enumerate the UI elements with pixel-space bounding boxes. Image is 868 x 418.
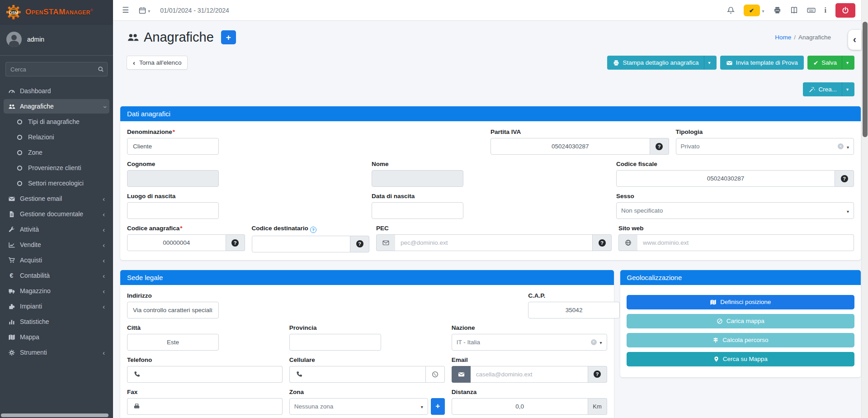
chevron-left-icon — [103, 195, 106, 202]
sidebar-item-relazioni[interactable]: Relazioni — [4, 130, 109, 144]
clear-icon[interactable] — [591, 339, 597, 345]
help-icon[interactable] — [310, 227, 316, 233]
codice-destinatario-input[interactable] — [252, 236, 351, 252]
scrollbar-thumb[interactable] — [863, 22, 868, 137]
date-range[interactable]: 01/01/2024 - 31/12/2024 — [160, 7, 229, 14]
sidebar-item-mappa[interactable]: Mappa — [4, 330, 109, 344]
sidebar-item-zone[interactable]: Zone — [4, 145, 109, 160]
field-luogo-di-nascita: Luogo di nascita — [127, 193, 365, 219]
codice-destinatario-check-addon[interactable] — [350, 236, 369, 252]
calc-route-button[interactable]: Calcola percorso — [627, 333, 854, 347]
fax-input[interactable] — [146, 398, 283, 415]
back-to-list-button[interactable]: Torna all'elenco — [127, 56, 188, 70]
search-input[interactable] — [5, 62, 94, 76]
sesso-select[interactable]: Non specificato — [616, 202, 854, 219]
bell-icon[interactable] — [727, 6, 735, 14]
codice-fiscale-check-addon[interactable] — [835, 170, 854, 187]
users-icon — [127, 32, 139, 43]
indirizzo-input[interactable] — [127, 302, 219, 318]
info-icon[interactable] — [825, 6, 826, 14]
panel-collapse-tab[interactable] — [848, 30, 861, 50]
pec-input[interactable] — [395, 234, 593, 251]
field-nome: Nome — [372, 161, 609, 187]
sidebar-item-magazzino[interactable]: Magazzino — [4, 284, 109, 298]
whatsapp-icon[interactable] — [426, 366, 445, 383]
denominazione-input[interactable] — [127, 138, 219, 155]
brand[interactable]: OSM OpenSTAManager — [0, 0, 113, 24]
sidebar-horizontal-scrollbar[interactable] — [1, 413, 108, 417]
load-map-button[interactable]: Carica mappa — [627, 314, 854, 328]
sidebar-item-statistiche[interactable]: Statistiche — [4, 314, 109, 329]
breadcrumb-home-link[interactable]: Home — [775, 34, 791, 41]
nazione-select[interactable]: IT - Italia — [452, 334, 607, 351]
calendar-picker[interactable] — [139, 6, 150, 14]
send-template-button[interactable]: Invia template di Prova — [720, 56, 804, 70]
pec-check-addon[interactable] — [593, 234, 612, 251]
book-icon[interactable] — [790, 6, 798, 14]
save-dropdown-caret[interactable] — [842, 56, 849, 70]
codice-anagrafica-check-addon[interactable] — [226, 234, 245, 251]
sidebar-item-gestione-documentale[interactable]: Gestione documentale — [4, 207, 109, 221]
save-button[interactable]: ✔ Salva — [807, 56, 854, 70]
field-telefono: Telefono — [127, 356, 283, 383]
print-detail-button[interactable]: Stampa dettaglio anagrafica — [607, 56, 716, 70]
sidebar-item-tipi-di-anagrafiche[interactable]: Tipi di anagrafiche — [4, 114, 109, 129]
sidebar-item-dashboard[interactable]: Dashboard — [4, 84, 109, 98]
telefono-input[interactable] — [146, 366, 283, 383]
codice-fiscale-input[interactable] — [616, 170, 835, 187]
map-marker-icon — [713, 356, 719, 362]
cap-input[interactable] — [528, 302, 620, 318]
search-on-map-button[interactable]: Cerca su Mappa — [627, 352, 854, 366]
menu-icon[interactable] — [122, 5, 129, 15]
caret-down-icon — [421, 402, 423, 410]
truck-icon — [7, 288, 16, 294]
print-dropdown-caret[interactable] — [704, 56, 711, 70]
luogo-nascita-input[interactable] — [127, 202, 219, 219]
email-check-addon[interactable] — [588, 366, 607, 383]
tipologia-select[interactable]: Privato — [676, 138, 854, 155]
cellulare-input[interactable] — [308, 366, 426, 383]
caret-down-icon[interactable] — [762, 6, 764, 14]
chevron-left-icon — [133, 59, 136, 66]
sidebar-item-provenienze-clienti[interactable]: Provenienze clienti — [4, 161, 109, 175]
search-button[interactable] — [94, 62, 108, 76]
add-zona-button[interactable] — [431, 398, 445, 415]
globe-icon — [618, 234, 637, 251]
sidebar-item-attivita[interactable]: Attività — [4, 222, 109, 237]
card-dati-anagrafici: Dati anagrafici Denominazione Partita IV… — [120, 106, 861, 260]
add-record-button[interactable] — [221, 30, 236, 44]
keyboard-icon[interactable] — [807, 6, 816, 14]
define-position-button[interactable]: Definisci posizione — [627, 295, 854, 309]
caret-down-icon — [148, 6, 150, 14]
tasks-check-button[interactable] — [744, 5, 760, 16]
sidebar-item-contabilita[interactable]: Contabilità — [4, 268, 109, 283]
question-circle-icon — [356, 240, 363, 247]
codice-anagrafica-input[interactable] — [127, 234, 226, 251]
sidebar-item-vendite[interactable]: Vendite — [4, 238, 109, 252]
citta-input[interactable] — [127, 334, 219, 351]
printer-icon[interactable] — [774, 6, 781, 14]
sidebar-item-acquisti[interactable]: Acquisti — [4, 253, 109, 267]
question-circle-icon — [599, 239, 606, 247]
provincia-input[interactable] — [289, 334, 381, 351]
partita-iva-check-addon[interactable] — [650, 138, 669, 155]
field-sesso: Sesso Non specificato — [616, 193, 854, 219]
sidebar-item-settori-merceologici[interactable]: Settori merceologici — [4, 176, 109, 190]
clear-icon[interactable] — [838, 143, 844, 149]
distanza-input[interactable] — [452, 398, 588, 415]
sidebar-item-impianti[interactable]: Impianti — [4, 299, 109, 314]
sidebar-item-strumenti[interactable]: Strumenti — [4, 345, 109, 360]
zona-select[interactable]: Nessuna zona — [289, 398, 428, 415]
caret-down-icon — [600, 338, 602, 346]
email-input[interactable] — [471, 366, 588, 383]
create-button[interactable]: Crea... — [803, 82, 854, 96]
data-nascita-input[interactable] — [372, 202, 463, 219]
create-dropdown-caret[interactable] — [842, 82, 849, 96]
vertical-scrollbar[interactable] — [861, 0, 868, 418]
sito-web-input[interactable] — [637, 234, 854, 251]
partita-iva-input[interactable] — [491, 138, 650, 155]
user-panel[interactable]: admin — [0, 24, 113, 56]
sidebar-item-gestione-email[interactable]: Gestione email — [4, 191, 109, 206]
logout-button[interactable] — [835, 3, 855, 18]
sidebar-item-anagrafiche[interactable]: Anagrafiche — [4, 99, 109, 114]
